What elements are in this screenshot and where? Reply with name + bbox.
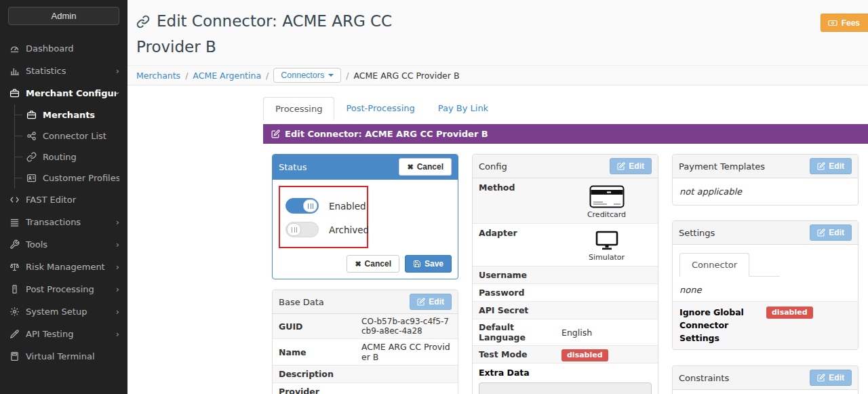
admin-button[interactable]: Admin (8, 7, 119, 25)
method-value: Creditcard (561, 182, 652, 220)
row-label: Adapter (479, 228, 561, 238)
status-panel-header: Status ✖ Cancel (273, 155, 458, 180)
adapter-value: Simulator (561, 228, 652, 263)
sidebar-item-dashboard[interactable]: Dashboard (0, 37, 127, 60)
monitor-icon (595, 231, 618, 251)
status-panel-title: Status (279, 162, 307, 172)
page-header: Edit Connector: ACME ARG CC Provider B F… (127, 0, 868, 65)
edit-icon (417, 298, 425, 306)
adapter-caption: Simulator (589, 253, 625, 262)
sidebar-item-label: Customer Profiles (43, 173, 119, 183)
breadcrumb-merchant-link[interactable]: ACME Argentina (193, 71, 261, 81)
edit-icon (817, 374, 825, 382)
edit-button[interactable]: Edit (810, 224, 852, 241)
sidebar-item-risk-management[interactable]: Risk Management › (0, 256, 127, 278)
server-icon (9, 284, 20, 294)
chevron-right-icon: › (116, 330, 119, 338)
bar-chart-icon (9, 66, 20, 76)
sidebar-item-label: Routing (43, 152, 119, 162)
base-data-panel: Base Data Edit GUID CO-b57b-ac93-c4f5-7c… (272, 290, 458, 394)
fees-button[interactable]: Fees (821, 14, 868, 32)
status-badge: disabled (561, 349, 608, 361)
sidebar-item-statistics[interactable]: Statistics › (0, 60, 127, 82)
sidebar-item-label: Risk Management (26, 262, 116, 272)
edit-button[interactable]: Edit (410, 294, 452, 310)
close-icon: ✖ (407, 163, 413, 172)
save-button[interactable]: Save (405, 255, 452, 273)
breadcrumb-merchants-link[interactable]: Merchants (136, 71, 180, 81)
banner-text: Edit Connector: ACME ARG CC Provider B (285, 129, 488, 139)
cancel-button-label: Cancel (417, 162, 443, 172)
sidebar-item-virtual-terminal[interactable]: Virtual Terminal (0, 345, 127, 368)
config-panel-header: Config Edit (473, 155, 658, 178)
cancel-button-label: Cancel (365, 259, 391, 269)
table-row: Provider (273, 383, 458, 394)
sidebar-item-post-processing[interactable]: Post Processing › (0, 278, 127, 300)
panel-columns: Status ✖ Cancel Enabled (272, 154, 859, 394)
calculator-icon (9, 351, 20, 361)
sidebar-item-customer-profiles[interactable]: Customer Profiles (15, 168, 127, 189)
sidebar-item-label: Dashboard (26, 43, 119, 54)
sidebar-submenu: Merchants Connector List Routing (14, 104, 127, 189)
edit-button[interactable]: Edit (810, 370, 852, 386)
save-icon (413, 260, 421, 268)
connectors-dropdown-button[interactable]: Connectors (273, 68, 341, 83)
adapter-row: Adapter Simulator (473, 224, 658, 267)
sidebar-item-merchants[interactable]: Merchants (15, 104, 127, 125)
sidebar: Admin Dashboard Statistics › Merchant Co… (0, 0, 127, 394)
tab-pay-by-link[interactable]: Pay By Link (427, 97, 500, 120)
chevron-right-icon: › (116, 240, 119, 249)
sidebar-item-fast-editor[interactable]: FAST Editor (0, 189, 127, 211)
enabled-toggle[interactable] (285, 198, 319, 214)
sidebar-item-system-setup[interactable]: System Setup › (0, 300, 127, 323)
tab-post-processing[interactable]: Post-Processing (334, 97, 426, 120)
edit-icon (817, 229, 825, 237)
extra-data-input[interactable] (479, 382, 652, 394)
row-label: API Secret (479, 305, 561, 315)
tab-processing[interactable]: Processing (263, 97, 334, 120)
edit-icon (817, 162, 825, 170)
sidebar-item-routing[interactable]: Routing (15, 146, 127, 168)
table-row: Password (473, 284, 658, 302)
row-label: Username (479, 270, 561, 280)
sidebar-item-tools[interactable]: Tools › (0, 233, 127, 256)
sidebar-item-transactions[interactable]: Transactions › (0, 211, 127, 233)
tree-line (15, 157, 22, 157)
edit-button-label: Edit (829, 161, 844, 171)
sidebar-item-connector-list[interactable]: Connector List (15, 125, 127, 146)
breadcrumb-separator: / (185, 71, 188, 81)
chevron-right-icon: › (116, 218, 119, 226)
edit-button-label: Edit (829, 373, 844, 382)
edit-button[interactable]: Edit (810, 158, 852, 174)
edit-button[interactable]: Edit (610, 158, 652, 174)
cancel-button[interactable]: ✖ Cancel (399, 158, 452, 176)
tree-line (15, 115, 22, 115)
row-label: Extra Data (479, 368, 561, 378)
settings-panel-title: Settings (679, 228, 715, 238)
status-badge: disabled (766, 307, 813, 319)
sidebar-item-label: Connector List (43, 131, 119, 141)
sidebar-item-api-testing[interactable]: API Testing › (0, 323, 127, 345)
cancel-button[interactable]: ✖ Cancel (347, 255, 399, 273)
row-label: Password (479, 288, 561, 298)
table-row: API Secret (473, 302, 658, 319)
tab-connector[interactable]: Connector (679, 253, 749, 277)
app-root: Admin Dashboard Statistics › Merchant Co… (0, 0, 868, 394)
chevron-right-icon: › (116, 307, 119, 316)
base-data-panel-header: Base Data Edit (273, 290, 458, 314)
enabled-toggle-row: Enabled (285, 198, 367, 214)
row-label: Default Language (479, 322, 561, 342)
row-label: Provider (279, 387, 361, 394)
toggle-knob (287, 223, 301, 236)
sidebar-item-merchant-configuration[interactable]: Merchant Configuration › (0, 82, 127, 104)
edit-button-label: Edit (629, 161, 644, 171)
row-label: Method (479, 182, 561, 193)
archived-toggle[interactable] (285, 222, 319, 237)
main-content: Edit Connector: ACME ARG CC Provider B F… (127, 0, 868, 394)
constraints-panel-header: Constraints Edit (673, 366, 858, 390)
table-row: Username (473, 267, 658, 284)
breadcrumb-current: ACME ARG CC Provider B (353, 71, 459, 81)
payment-templates-panel: Payment Templates Edit not applicable (672, 154, 859, 205)
breadcrumb-separator: / (266, 71, 269, 81)
settings-tabwrap: Connector (679, 253, 780, 277)
